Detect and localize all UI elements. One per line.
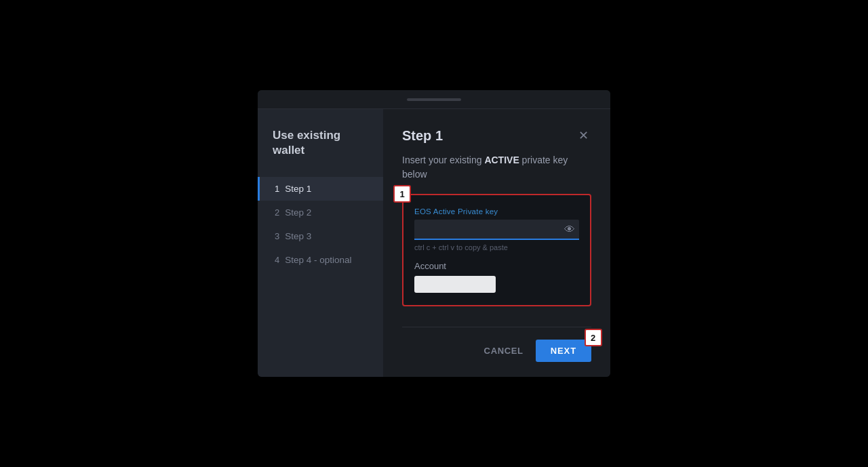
form-box: 1 EOS Active Private key 👁 ctrl c + ctrl… bbox=[402, 194, 591, 306]
content-description: Insert your existing ACTIVE private key … bbox=[402, 153, 591, 182]
next-button[interactable]: NEXT 2 bbox=[536, 340, 591, 362]
drag-handle bbox=[407, 98, 461, 101]
sidebar-item-step1[interactable]: 1 Step 1 bbox=[258, 177, 383, 201]
annotation-badge-2: 2 bbox=[585, 329, 602, 346]
step4-label: Step 4 - optional bbox=[285, 255, 351, 265]
desc-bold: ACTIVE bbox=[484, 155, 519, 165]
sidebar-item-step4[interactable]: 4 Step 4 - optional bbox=[258, 248, 383, 272]
sidebar: Use existing wallet 1 Step 1 2 Step 2 3 … bbox=[258, 109, 383, 377]
step2-label: Step 2 bbox=[285, 207, 311, 218]
step3-number: 3 bbox=[275, 231, 279, 241]
sidebar-item-step2[interactable]: 2 Step 2 bbox=[258, 201, 383, 224]
private-key-input[interactable] bbox=[414, 220, 579, 240]
step4-number: 4 bbox=[275, 255, 279, 265]
content-header: Step 1 ✕ bbox=[402, 128, 591, 144]
modal-body: Use existing wallet 1 Step 1 2 Step 2 3 … bbox=[258, 109, 610, 377]
top-hint-bar bbox=[258, 90, 610, 109]
annotation-badge-1: 1 bbox=[393, 185, 411, 203]
field-hint: ctrl c + ctrl v to copy & paste bbox=[414, 243, 579, 251]
eye-icon[interactable]: 👁 bbox=[564, 224, 575, 236]
step1-label: Step 1 bbox=[285, 184, 311, 194]
sidebar-item-step3[interactable]: 3 Step 3 bbox=[258, 224, 383, 248]
footer: CANCEL NEXT 2 bbox=[402, 327, 591, 377]
step2-number: 2 bbox=[275, 207, 279, 218]
step1-number: 1 bbox=[275, 184, 279, 194]
private-key-row: 👁 bbox=[414, 220, 579, 240]
modal-container: Use existing wallet 1 Step 1 2 Step 2 3 … bbox=[258, 90, 610, 377]
account-input[interactable] bbox=[414, 276, 496, 293]
content-panel: Step 1 ✕ Insert your existing ACTIVE pri… bbox=[383, 109, 610, 377]
cancel-button[interactable]: CANCEL bbox=[484, 346, 524, 356]
desc-plain: Insert your existing bbox=[402, 155, 484, 165]
private-key-label: EOS Active Private key bbox=[414, 207, 579, 216]
step3-label: Step 3 bbox=[285, 231, 311, 241]
account-label: Account bbox=[414, 261, 579, 271]
step-title: Step 1 bbox=[402, 128, 443, 144]
close-button[interactable]: ✕ bbox=[576, 128, 591, 143]
sidebar-title: Use existing wallet bbox=[258, 128, 383, 177]
